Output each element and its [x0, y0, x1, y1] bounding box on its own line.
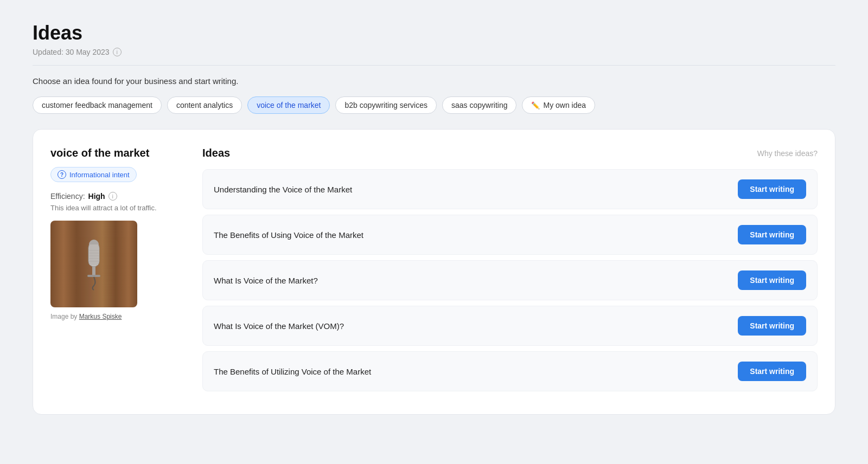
idea-row: The Benefits of Utilizing Voice of the M…	[202, 351, 818, 391]
idea-row: Understanding the Voice of the Market St…	[202, 169, 818, 209]
info-icon[interactable]: i	[113, 48, 122, 56]
updated-row: Updated: 30 May 2023 i	[33, 48, 835, 56]
start-writing-button-1[interactable]: Start writing	[738, 179, 806, 199]
efficiency-row: Efficiency: High i	[50, 192, 181, 201]
image-credit-link[interactable]: Markus Spiske	[79, 313, 122, 320]
right-panel: Ideas Why these ideas? Understanding the…	[202, 147, 818, 397]
pencil-icon: ✏️	[531, 101, 540, 109]
start-writing-button-3[interactable]: Start writing	[738, 270, 806, 290]
tab-my-own-idea[interactable]: ✏️ My own idea	[522, 96, 595, 114]
image-credit: Image by Markus Spiske	[50, 313, 181, 320]
idea-row: The Benefits of Using Voice of the Marke…	[202, 215, 818, 255]
efficiency-info-icon[interactable]: i	[108, 192, 117, 201]
updated-label: Updated: 30 May 2023	[33, 48, 110, 56]
ideas-heading: Ideas	[202, 147, 230, 159]
svg-rect-3	[90, 244, 98, 265]
tab-content-analytics[interactable]: content analytics	[167, 96, 242, 114]
start-writing-button-4[interactable]: Start writing	[738, 316, 806, 336]
left-panel: voice of the market ? Informational inte…	[50, 147, 181, 397]
svg-rect-4	[92, 267, 95, 275]
idea-title-4: What Is Voice of the Market (VOM)?	[214, 321, 344, 331]
idea-title-3: What Is Voice of the Market?	[214, 276, 318, 285]
microphone-svg	[78, 237, 110, 291]
idea-row: What Is Voice of the Market? Start writi…	[202, 260, 818, 300]
tab-b2b-copywriting[interactable]: b2b copywriting services	[335, 96, 437, 114]
svg-rect-5	[87, 275, 100, 277]
efficiency-value: High	[88, 192, 105, 201]
intent-icon: ?	[58, 170, 66, 179]
start-writing-button-2[interactable]: Start writing	[738, 225, 806, 244]
tab-customer-feedback[interactable]: customer feedback management	[33, 96, 162, 114]
idea-row: What Is Voice of the Market (VOM)? Start…	[202, 306, 818, 346]
intent-badge: ? Informational intent	[50, 167, 137, 182]
efficiency-label: Efficiency:	[50, 192, 85, 201]
ideas-header: Ideas Why these ideas?	[202, 147, 818, 159]
idea-title-2: The Benefits of Using Voice of the Marke…	[214, 230, 363, 240]
why-these-ideas-link[interactable]: Why these ideas?	[757, 149, 818, 158]
start-writing-button-5[interactable]: Start writing	[738, 362, 806, 381]
idea-title-1: Understanding the Voice of the Market	[214, 185, 352, 194]
efficiency-desc: This idea will attract a lot of traffic.	[50, 204, 181, 212]
header-divider	[33, 65, 835, 66]
tab-voice-of-market[interactable]: voice of the market	[247, 96, 330, 114]
keyword-title: voice of the market	[50, 147, 181, 159]
main-card: voice of the market ? Informational inte…	[33, 129, 835, 415]
subtitle: Choose an idea found for your business a…	[33, 76, 835, 86]
keyword-thumbnail	[50, 221, 137, 307]
intent-label: Informational intent	[69, 171, 130, 179]
tab-saas-copywriting[interactable]: saas copywriting	[442, 96, 517, 114]
page-title: Ideas	[33, 22, 835, 44]
tabs-row: customer feedback management content ana…	[33, 96, 835, 114]
idea-title-5: The Benefits of Utilizing Voice of the M…	[214, 367, 371, 376]
